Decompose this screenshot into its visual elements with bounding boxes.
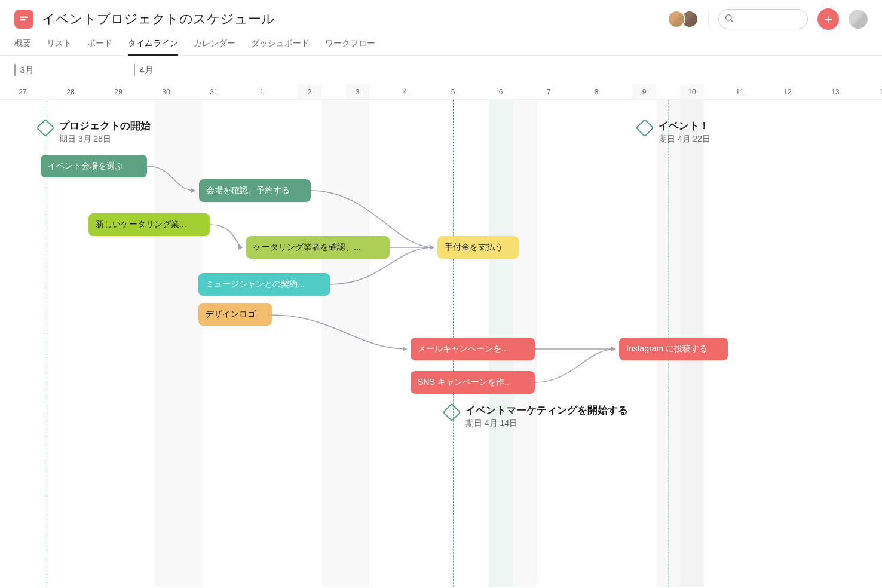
milestone[interactable]: イベント！期日 4月 22日 [638, 119, 710, 145]
svg-marker-8 [430, 245, 434, 250]
day-header: 2 [298, 84, 321, 99]
month-label: 4月 [134, 64, 154, 76]
day-header: 13 [823, 84, 847, 99]
task-bar[interactable]: イベント会場を選ぶ [41, 155, 147, 177]
day-header: 8 [584, 84, 608, 99]
day-header: 3 [345, 84, 369, 99]
milestone-date: 期日 3月 28日 [59, 134, 151, 145]
milestone[interactable]: プロジェクトの開始期日 3月 28日 [39, 119, 151, 145]
svg-marker-7 [430, 245, 434, 250]
search-icon [724, 13, 734, 25]
project-title: イベントプロジェクトのスケジュール [42, 10, 275, 28]
day-header: 30 [154, 84, 178, 99]
milestone-title: イベントマーケティングを開始する [466, 403, 628, 417]
day-header: 9 [632, 84, 656, 99]
svg-point-2 [726, 15, 731, 20]
tab-3[interactable]: タイムライン [128, 38, 178, 55]
svg-marker-9 [403, 347, 407, 351]
tab-2[interactable]: ボード [87, 38, 112, 55]
svg-marker-10 [611, 347, 615, 351]
task-bar[interactable]: SNS キャンペーンを作... [411, 371, 535, 394]
day-header: 31 [202, 84, 226, 99]
svg-line-3 [731, 20, 733, 22]
tab-6[interactable]: ワークフロー [325, 38, 375, 55]
tab-4[interactable]: カレンダー [194, 38, 235, 55]
milestone[interactable]: イベントマーケティングを開始する期日 4月 14日 [445, 403, 628, 429]
avatar [667, 10, 685, 28]
milestone-title: プロジェクトの開始 [59, 119, 151, 133]
task-bar[interactable]: 新しいケータリング業... [88, 213, 210, 236]
task-bar[interactable]: 会場を確認、予約する [199, 179, 311, 202]
milestone-date: 期日 4月 14日 [466, 418, 628, 429]
milestone-title: イベント！ [659, 119, 710, 133]
day-header: 4 [393, 84, 417, 99]
tab-0[interactable]: 概要 [14, 38, 31, 55]
project-icon [14, 10, 33, 29]
svg-rect-0 [20, 17, 28, 18]
svg-marker-11 [611, 347, 615, 351]
search-box[interactable] [718, 9, 808, 29]
day-header: 5 [441, 84, 465, 99]
svg-marker-5 [238, 245, 243, 250]
svg-marker-6 [430, 245, 434, 250]
task-bar[interactable]: 手付金を支払う [437, 236, 519, 259]
day-header: 14 [871, 84, 882, 99]
task-bar[interactable]: デザインロゴ [198, 303, 272, 326]
add-button[interactable]: ＋ [817, 8, 839, 30]
milestone-diamond-icon [635, 118, 654, 137]
svg-rect-1 [20, 19, 25, 20]
day-header: 12 [776, 84, 800, 99]
user-avatar[interactable] [849, 10, 868, 29]
milestone-diamond-icon [36, 118, 54, 137]
tab-1[interactable]: リスト [47, 38, 72, 55]
task-bar[interactable]: Instagram に投稿する [619, 338, 728, 360]
task-bar[interactable]: メールキャンペーンを... [411, 338, 535, 360]
task-bar[interactable]: ミュージシャンとの契約... [198, 273, 330, 296]
day-header: 29 [106, 84, 130, 99]
day-header: 6 [489, 84, 513, 99]
month-label: 3月 [14, 64, 34, 76]
plus-icon: ＋ [822, 13, 835, 26]
day-header: 27 [11, 84, 35, 99]
task-bar[interactable]: ケータリング業者を確認、... [246, 236, 390, 259]
day-header: 11 [728, 84, 752, 99]
day-header: 1 [250, 84, 274, 99]
divider [708, 12, 709, 26]
milestone-diamond-icon [442, 403, 461, 421]
member-avatars[interactable] [672, 10, 699, 28]
day-header: 7 [537, 84, 561, 99]
tab-5[interactable]: ダッシュボード [251, 38, 310, 55]
day-header: 28 [59, 84, 82, 99]
day-header: 10 [680, 84, 704, 99]
milestone-date: 期日 4月 22日 [659, 134, 710, 145]
